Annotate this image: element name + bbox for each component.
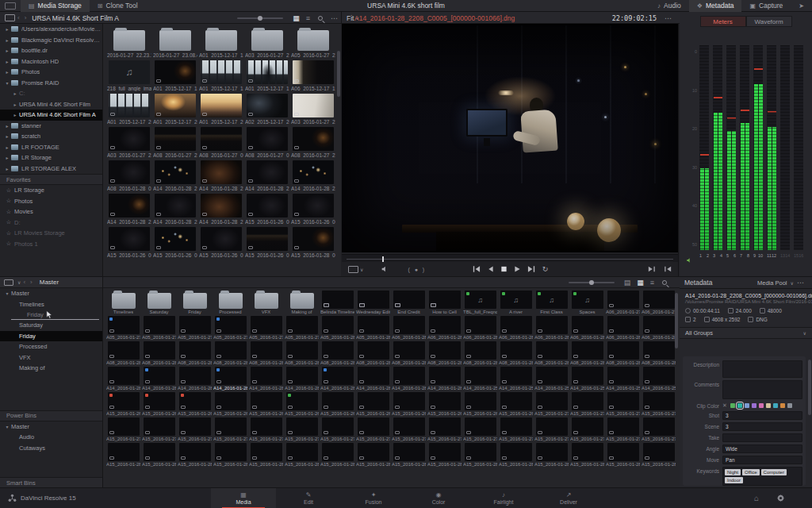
- clip-thumb[interactable]: [247, 194, 288, 217]
- clip-thumb[interactable]: ♫: [109, 60, 150, 84]
- clip-item[interactable]: A08_2016-01-28_030...: [106, 160, 152, 191]
- clip-thumb[interactable]: [572, 367, 603, 385]
- clip-item[interactable]: ♫Spaces: [569, 291, 605, 314]
- clip-item[interactable]: A06_2015-12-17_193...: [290, 60, 336, 91]
- clip-thumb[interactable]: [179, 418, 211, 436]
- clip-thumb[interactable]: [215, 316, 247, 334]
- clip-item[interactable]: A08_2016-01-28_...: [391, 341, 427, 365]
- field-textarea[interactable]: [722, 360, 802, 378]
- clip-item[interactable]: A15_2016-01-28_...: [177, 443, 213, 467]
- folder-item[interactable]: A01_2015-12-17_182...: [198, 27, 244, 58]
- clip-thumb[interactable]: [643, 392, 675, 410]
- clip-thumb[interactable]: [286, 367, 318, 385]
- clip-item[interactable]: A05_2016-01-28_...: [320, 316, 355, 340]
- clip-thumb[interactable]: ♫: [536, 291, 568, 309]
- clip-item[interactable]: A06_2016-01-28_...: [569, 316, 605, 340]
- clip-thumb[interactable]: [293, 160, 334, 184]
- clip-item[interactable]: A08_2016-01-28_...: [355, 341, 391, 365]
- clip-item[interactable]: A15_2016-01-27_...: [427, 418, 462, 441]
- clip-item[interactable]: A01_2015-12-17_183...: [152, 60, 198, 91]
- tab-color[interactable]: ◉Color: [406, 488, 471, 508]
- grid-view-icon[interactable]: ▦: [289, 14, 303, 22]
- clip-item[interactable]: A15_2016-01-27_...: [641, 418, 676, 441]
- more-options-icon[interactable]: ⋯: [327, 14, 341, 22]
- folder-item[interactable]: 2016-01-27_22.23.12: [106, 27, 152, 58]
- clip-item[interactable]: A15_2016-01-26_...: [498, 392, 534, 416]
- clip-thumb[interactable]: [572, 341, 603, 360]
- clip-item[interactable]: A14_2016-01-25_...: [462, 367, 498, 391]
- folder-thumb[interactable]: [109, 27, 150, 51]
- clip-item[interactable]: A14_2016-01-28_213...: [152, 160, 198, 191]
- folder-item[interactable]: A05_2016-01-27_225...: [290, 27, 336, 58]
- clip-thumb[interactable]: [393, 367, 425, 385]
- clip-thumb[interactable]: [109, 194, 150, 217]
- metadata-pool-selector[interactable]: Media Pool ∨: [757, 279, 794, 287]
- clip-thumb[interactable]: [144, 316, 175, 334]
- clip-item[interactable]: A15_2016-01-26_...: [462, 392, 498, 416]
- clip-thumb[interactable]: [201, 94, 242, 117]
- clip-item[interactable]: A15_2016-01-28_...: [569, 443, 605, 467]
- field-input[interactable]: [722, 433, 802, 442]
- clip-item[interactable]: A14_2016-01-28_...: [177, 367, 213, 391]
- clip-thumb[interactable]: [322, 443, 354, 461]
- clip-item[interactable]: End Credit: [391, 291, 427, 314]
- loop-icon[interactable]: ↻: [542, 265, 549, 273]
- clip-item[interactable]: A15_2016-01-28_...: [355, 443, 391, 467]
- storage-tree-item[interactable]: ▾Promise RAID: [0, 78, 102, 89]
- clip-thumb[interactable]: [643, 316, 675, 334]
- clip-item[interactable]: A14_2016-01-28_...: [284, 367, 320, 391]
- pool-search-icon[interactable]: [662, 280, 667, 285]
- folder-item[interactable]: Saturday: [141, 291, 177, 314]
- clip-item[interactable]: A15_2016-01-26_002...: [290, 194, 336, 225]
- clip-item[interactable]: A01_2015-12-17_201...: [152, 94, 198, 125]
- clip-item[interactable]: A14_2016-01-25_...: [498, 367, 534, 391]
- clip-item[interactable]: A15_2016-01-28_...: [534, 443, 569, 467]
- metadata-panel-toggle[interactable]: ❖ Metadata: [689, 0, 742, 12]
- clip-thumb[interactable]: [144, 367, 175, 385]
- clip-item[interactable]: A15_2016-01-27_...: [569, 392, 605, 416]
- clip-item[interactable]: A08_2016-01-28_...: [498, 341, 534, 365]
- clip-thumb[interactable]: [393, 341, 425, 360]
- clip-thumb[interactable]: [572, 316, 603, 334]
- clip-item[interactable]: A15_2016-01-26_011...: [244, 227, 290, 258]
- folder-item[interactable]: VFX: [248, 291, 284, 314]
- clip-item[interactable]: A08_2016-01-28_...: [177, 341, 213, 365]
- playhead[interactable]: [382, 256, 384, 262]
- keyword-tag[interactable]: Computer: [761, 469, 787, 475]
- color-swatch[interactable]: [737, 403, 742, 408]
- folder-thumb[interactable]: [286, 291, 318, 309]
- folder-item[interactable]: A03_2016-01-27_224...: [244, 27, 290, 58]
- clip-item[interactable]: A15_2016-01-27_...: [605, 418, 641, 441]
- clip-item[interactable]: A15_2016-01-26_...: [284, 392, 320, 416]
- clip-item[interactable]: A08_2016-01-27_230...: [290, 127, 336, 158]
- storage-tree-item[interactable]: ▸scratch: [0, 131, 102, 142]
- clip-item[interactable]: A08_2016-01-27_004...: [198, 127, 244, 158]
- storage-tree-item[interactable]: ▸LR Storage: [0, 152, 102, 164]
- clip-thumb[interactable]: [144, 418, 175, 436]
- clip-thumb[interactable]: [393, 443, 425, 461]
- clip-item[interactable]: A15_2016-01-27_...: [534, 418, 569, 441]
- bin-tree-item[interactable]: Friday: [0, 331, 102, 342]
- clip-thumb[interactable]: [536, 316, 568, 334]
- clip-thumb[interactable]: [358, 443, 389, 461]
- clip-item[interactable]: A15_2016-01-28_...: [141, 443, 177, 467]
- project-manager-icon[interactable]: ⌂: [754, 494, 759, 504]
- clip-item[interactable]: A14_2016-01-28_225...: [106, 194, 152, 225]
- clip-item[interactable]: A01_2015-12-17_185...: [198, 60, 244, 91]
- clip-thumb[interactable]: [643, 443, 675, 461]
- clip-thumb[interactable]: [286, 418, 318, 436]
- clip-thumb[interactable]: [251, 341, 282, 360]
- clip-thumb[interactable]: [109, 94, 150, 117]
- field-input[interactable]: 3: [722, 411, 802, 420]
- tab-deliver[interactable]: ↗Deliver: [536, 488, 601, 508]
- clip-thumb[interactable]: [247, 227, 288, 251]
- clip-thumb[interactable]: [179, 341, 211, 360]
- clip-item[interactable]: A14_2016-01-28_...: [320, 367, 355, 391]
- no-color-icon[interactable]: ✕: [722, 402, 727, 409]
- clip-thumb[interactable]: [201, 127, 242, 151]
- clip-item[interactable]: A08_2016-01-28_...: [462, 341, 498, 365]
- bin-back-icon[interactable]: ‹: [21, 279, 28, 286]
- clip-thumb[interactable]: [215, 418, 247, 436]
- clip-thumb[interactable]: [109, 227, 150, 251]
- clip-thumb[interactable]: [500, 392, 532, 410]
